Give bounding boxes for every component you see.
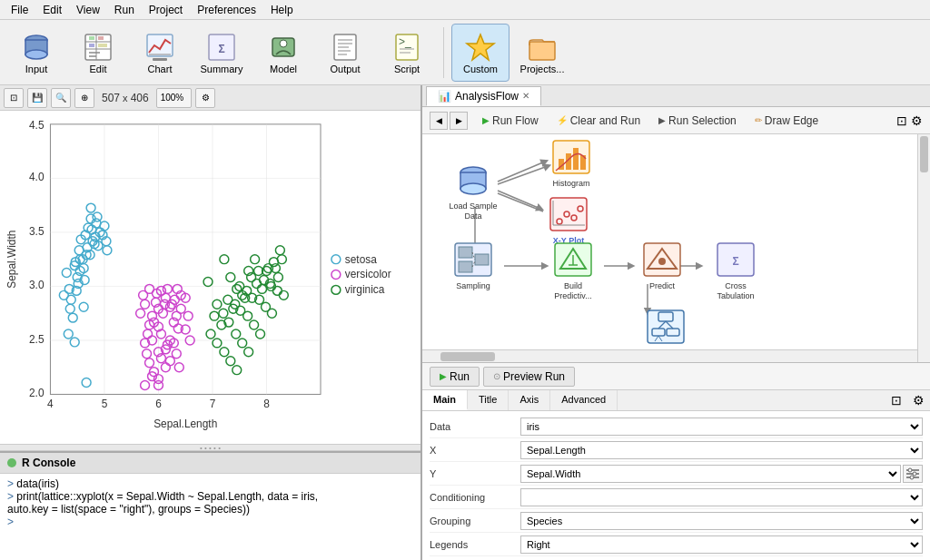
clear-run-btn[interactable]: ⚡ Clear and Run: [549, 113, 648, 129]
flow-canvas: Load SampleData Histogram: [422, 134, 930, 362]
settings-btn[interactable]: ⚙: [195, 88, 215, 108]
tab-axis[interactable]: Axis: [509, 390, 550, 410]
menu-run[interactable]: Run: [107, 2, 142, 18]
row-x: X Sepal.Length: [430, 438, 923, 462]
toolbar-custom[interactable]: Custom: [451, 24, 510, 82]
save-btn[interactable]: 💾: [27, 88, 47, 108]
tab-main[interactable]: Main: [422, 390, 468, 410]
flow-prev-btn[interactable]: ◀: [430, 112, 448, 130]
svg-point-211: [460, 183, 486, 194]
select-y[interactable]: Sepal.Width: [520, 465, 901, 483]
tab-analysis-flow[interactable]: 📊 AnalysisFlow ✕: [426, 86, 541, 106]
select-data[interactable]: iris: [520, 418, 923, 436]
svg-marker-29: [467, 34, 494, 60]
select-conditioning[interactable]: [520, 488, 923, 506]
tab-close-btn[interactable]: ✕: [522, 91, 529, 101]
toolbar-model[interactable]: Model: [254, 24, 312, 82]
node-label-histogram: Histogram: [552, 179, 589, 189]
select-x[interactable]: Sepal.Length: [520, 441, 923, 459]
tab-icon: 📊: [438, 90, 451, 103]
ratio-label: 100%: [161, 93, 184, 103]
svg-text:versicolor: versicolor: [345, 268, 391, 280]
svg-text:3.0: 3.0: [29, 279, 45, 291]
run-flow-icon: ▶: [482, 115, 490, 125]
node-sampling[interactable]: Sampling: [440, 241, 506, 291]
run-btn[interactable]: ▶ Run: [430, 367, 480, 387]
flow-next-btn[interactable]: ▶: [450, 112, 468, 130]
tab-bar: 📊 AnalysisFlow ✕: [422, 85, 930, 107]
size-display: 507 x 406: [102, 92, 149, 104]
custom-label: Custom: [463, 64, 498, 74]
menu-help[interactable]: Help: [263, 2, 301, 18]
label-x: X: [430, 445, 520, 456]
output-icon: [329, 31, 361, 64]
plot-area: 2.0 2.5 3.0 3.5 4.0 4.5 4 5 6 7 8 Sepal.…: [0, 111, 420, 444]
svg-rect-10: [98, 44, 107, 47]
run-selection-btn[interactable]: ▶ Run Selection: [651, 113, 744, 129]
y-settings-btn[interactable]: [903, 465, 923, 483]
node-load-sample-data[interactable]: Load SampleData: [440, 162, 506, 221]
node-label-build: BuildPredictiv...: [554, 281, 591, 301]
zoom-fit-btn[interactable]: ⊕: [74, 88, 94, 108]
flow-gear-btn[interactable]: ⚙: [911, 113, 923, 128]
toolbar-projects[interactable]: Projects...: [513, 24, 571, 82]
console-line-2: > print(lattice::xyplot(x = Sepal.Width …: [7, 490, 413, 503]
scrollbar-thumb-v: [920, 136, 928, 172]
preview-run-btn[interactable]: ⊙ Preview Run: [483, 367, 575, 387]
node-cross-tabulation[interactable]: Σ CrossTabulation: [699, 241, 772, 301]
draw-edge-btn[interactable]: ✏ Draw Edge: [747, 113, 826, 129]
clear-run-label: Clear and Run: [570, 114, 640, 127]
svg-point-198: [331, 285, 341, 294]
select-grouping[interactable]: Species: [520, 512, 923, 530]
menu-edit[interactable]: Edit: [35, 2, 69, 18]
menu-preferences[interactable]: Preferences: [190, 2, 263, 18]
menu-view[interactable]: View: [69, 2, 107, 18]
node-build-predictive[interactable]: BuildPredictiv...: [539, 241, 608, 301]
run-selection-icon: ▶: [658, 115, 666, 125]
select-legends[interactable]: Right: [520, 535, 923, 554]
resize-handle[interactable]: • • • • •: [0, 444, 420, 451]
menu-file[interactable]: File: [4, 2, 35, 18]
flow-scrollbar-v[interactable]: [917, 134, 930, 362]
node-predict[interactable]: Predict: [629, 241, 695, 291]
toolbar-chart[interactable]: Chart: [131, 24, 189, 82]
model-label: Model: [270, 64, 297, 74]
run-panel: ▶ Run ⊙ Preview Run Main Title Axis Adva…: [422, 362, 930, 560]
toolbar-script[interactable]: >_ Script: [378, 24, 436, 82]
run-btn-icon: ▶: [440, 371, 447, 381]
flow-copy-btn[interactable]: ⊡: [896, 113, 907, 128]
node-xy-plot[interactable]: X-Y Plot: [536, 196, 601, 246]
script-label: Script: [394, 64, 420, 74]
r-console-title: R Console: [22, 457, 75, 469]
input-icon: [20, 31, 53, 64]
edit-label: Edit: [90, 64, 107, 74]
node-histogram[interactable]: Histogram: [539, 139, 604, 189]
preview-run-label: Preview Run: [503, 370, 565, 383]
flow-scrollbar-h[interactable]: [422, 349, 917, 362]
ratio-btn[interactable]: 100%: [156, 88, 193, 108]
svg-text:2.0: 2.0: [29, 387, 45, 399]
settings-panel-icon2[interactable]: ⚙: [907, 390, 930, 410]
tab-advanced[interactable]: Advanced: [550, 390, 618, 410]
run-flow-label: Run Flow: [492, 114, 539, 127]
toolbar-input[interactable]: Input: [7, 24, 65, 82]
menu-project[interactable]: Project: [142, 2, 190, 18]
toolbar-edit[interactable]: Edit: [69, 24, 127, 82]
zoom-in-btn[interactable]: 🔍: [51, 88, 71, 108]
row-conditioning: Conditioning: [430, 486, 923, 509]
reset-btn[interactable]: ⊡: [4, 88, 24, 108]
toolbar-summary[interactable]: Σ Summary: [193, 24, 251, 82]
tab-title[interactable]: Title: [468, 390, 509, 410]
svg-text:5: 5: [102, 398, 108, 410]
toolbar-output[interactable]: Output: [316, 24, 374, 82]
summary-icon: Σ: [205, 31, 238, 64]
row-data: Data iris: [430, 415, 923, 438]
svg-point-252: [910, 476, 914, 479]
svg-rect-9: [98, 36, 104, 40]
svg-text:4.5: 4.5: [29, 119, 45, 132]
r-console-body[interactable]: > data(iris) > print(lattice::xyplot(x =…: [0, 474, 420, 532]
settings-panel-icon1[interactable]: ⊡: [885, 390, 907, 410]
run-flow-btn[interactable]: ▶ Run Flow: [475, 113, 546, 129]
right-panel: 📊 AnalysisFlow ✕ ◀ ▶ ▶ Run Flow ⚡ Clear …: [422, 85, 930, 560]
svg-text:>_: >_: [399, 35, 411, 48]
